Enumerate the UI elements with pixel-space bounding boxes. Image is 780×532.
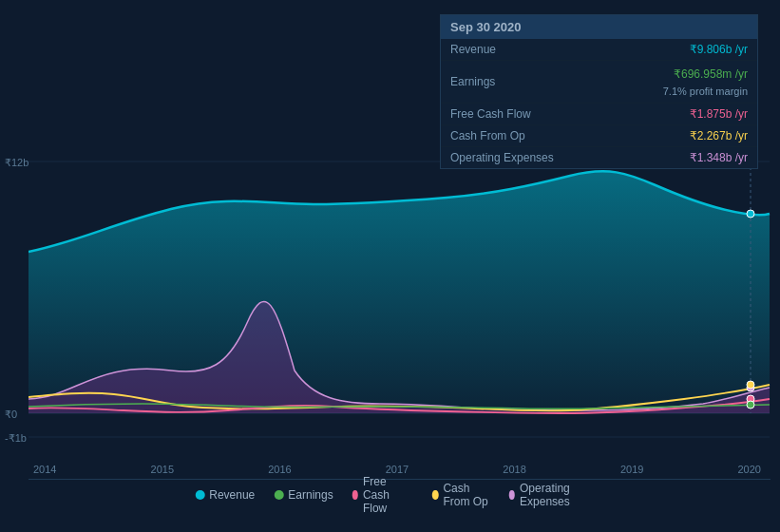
x-label-2014: 2014 [33,464,56,475]
legend-item-opex[interactable]: Operating Expenses [509,482,585,508]
svg-point-9 [747,401,754,408]
tooltip-label-cashfromop: Cash From Op [450,129,525,142]
tooltip-row-opex: Operating Expenses ₹1.348b /yr [441,147,757,168]
tooltip-label-opex: Operating Expenses [450,151,554,164]
legend-item-revenue[interactable]: Revenue [195,488,255,502]
tooltip-row-revenue: Revenue ₹9.806b /yr [441,39,757,61]
svg-point-7 [747,381,754,389]
svg-point-5 [747,210,754,218]
x-label-2020: 2020 [737,464,760,475]
legend-item-cashfromop[interactable]: Cash From Op [432,482,490,508]
legend-label-opex: Operating Expenses [520,482,585,508]
legend-dot-revenue [195,490,204,500]
tooltip-row-cashfromop: Cash From Op ₹2.267b /yr [441,125,757,147]
tooltip-value-revenue: ₹9.806b /yr [690,43,748,56]
tooltip-row-fcf: Free Cash Flow ₹1.875b /yr [441,104,757,125]
tooltip-panel: Sep 30 2020 Revenue ₹9.806b /yr Earnings… [440,14,758,169]
tooltip-value-margin: 7.1% profit margin [663,86,748,97]
x-label-2015: 2015 [151,464,174,475]
legend-label-earnings: Earnings [288,488,333,502]
x-label-2018: 2018 [503,464,525,475]
tooltip-row-earnings: Earnings ₹696.958m /yr 7.1% profit margi… [441,61,757,104]
tooltip-label-earnings: Earnings [450,75,495,88]
tooltip-value-cashfromop: ₹2.267b /yr [690,129,748,142]
legend-label-revenue: Revenue [209,488,255,502]
tooltip-title: Sep 30 2020 [441,15,757,39]
chart-container: Sep 30 2020 Revenue ₹9.806b /yr Earnings… [0,0,780,532]
tooltip-value-opex: ₹1.348b /yr [690,151,748,164]
legend-dot-earnings [274,490,283,500]
legend-label-cashfromop: Cash From Op [443,482,489,508]
x-axis: 2014 2015 2016 2017 2018 2019 2020 [0,464,780,475]
tooltip-label-revenue: Revenue [450,43,496,56]
legend-item-earnings[interactable]: Earnings [274,488,333,502]
x-label-2019: 2019 [620,464,643,475]
tooltip-value-earnings: ₹696.958m /yr [674,67,748,81]
legend-dot-fcf [352,490,358,500]
tooltip-label-fcf: Free Cash Flow [450,107,531,121]
tooltip-value-fcf: ₹1.875b /yr [690,107,748,121]
legend-dot-cashfromop [432,490,438,500]
x-label-2017: 2017 [386,464,409,475]
legend-label-fcf: Free Cash Flow [363,475,413,515]
legend-dot-opex [509,490,515,500]
x-label-2016: 2016 [268,464,291,475]
legend-item-fcf[interactable]: Free Cash Flow [352,475,413,515]
legend: Revenue Earnings Free Cash Flow Cash Fro… [195,475,585,515]
